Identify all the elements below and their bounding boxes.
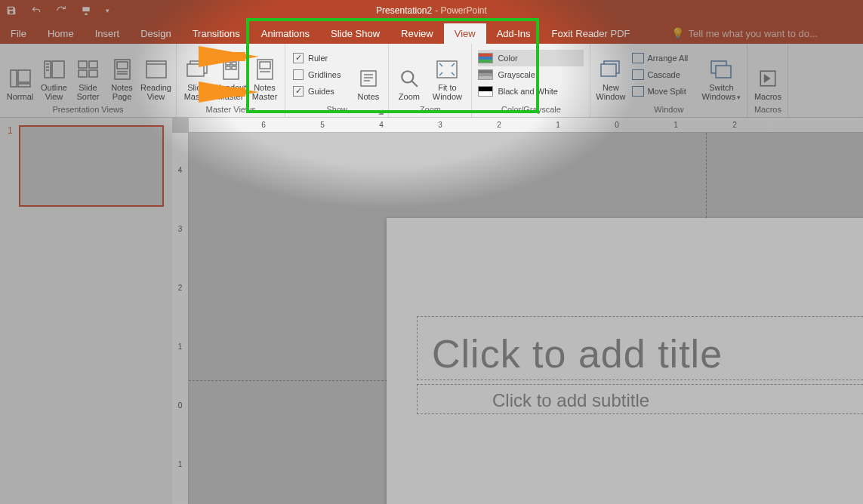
tab-home[interactable]: Home — [37, 23, 85, 44]
slide-thumbnails-panel[interactable]: 1 — [0, 118, 172, 504]
zoom-icon — [397, 66, 421, 91]
ruler-tick: 2 — [470, 121, 529, 129]
ribbon-tabs: File Home Insert Design Transitions Anim… — [0, 21, 863, 44]
group-color-grayscale: Color Grayscale Black and White Color/Gr… — [472, 44, 590, 117]
ruler-tick: 4 — [178, 140, 183, 199]
new-window-icon — [599, 57, 623, 81]
tab-review[interactable]: Review — [390, 23, 444, 44]
svg-rect-1 — [11, 70, 17, 87]
svg-line-34 — [411, 81, 418, 88]
notes-page-label: Notes Page — [105, 83, 139, 101]
tab-design[interactable]: Design — [130, 23, 181, 44]
lightbulb-icon: 💡 — [671, 27, 684, 39]
tab-animations[interactable]: Animations — [251, 23, 320, 44]
notes-page-button[interactable]: Notes Page — [105, 45, 139, 105]
fit-to-window-button[interactable]: Fit to Window — [426, 45, 468, 105]
ruler-tick: 3 — [411, 121, 470, 129]
tab-view[interactable]: View — [444, 23, 486, 44]
bw-swatch-icon — [478, 86, 493, 97]
group-macros: Macros Macros — [747, 44, 788, 117]
notes-icon — [356, 66, 381, 91]
group-label-master-views: Master Views — [180, 105, 282, 117]
grayscale-button[interactable]: Grayscale — [478, 66, 584, 83]
slide-sorter-button[interactable]: Slide Sorter — [71, 45, 105, 105]
tutorial-arrow-icon — [199, 81, 259, 103]
slide[interactable]: Click to add title Click to add subtitle — [387, 218, 863, 504]
slide-sorter-label: Slide Sorter — [71, 83, 105, 101]
checkbox-unchecked-icon — [293, 69, 304, 80]
gridlines-checkbox[interactable]: Gridlines — [293, 66, 341, 83]
move-split-button[interactable]: Move Split — [632, 83, 694, 100]
svg-rect-27 — [260, 62, 270, 69]
save-icon[interactable] — [6, 5, 17, 16]
group-label-zoom: Zoom — [392, 105, 468, 117]
window-title: Presentation2 - PowerPoint — [376, 5, 487, 16]
group-show: Ruler Gridlines Guides Notes Show◢ — [285, 44, 389, 117]
macros-icon — [756, 66, 780, 91]
document-name: Presentation2 — [376, 5, 432, 16]
notes-button[interactable]: Notes — [351, 45, 385, 105]
svg-point-33 — [402, 72, 413, 83]
macros-button[interactable]: Macros — [751, 45, 784, 105]
undo-icon[interactable] — [30, 5, 42, 16]
reading-view-label: Reading View — [139, 83, 173, 101]
group-window: New Window Arrange All Cascade Move Spli… — [590, 44, 747, 117]
new-window-label: New Window — [593, 83, 627, 101]
tab-insert[interactable]: Insert — [85, 23, 131, 44]
tab-foxit[interactable]: Foxit Reader PDF — [541, 23, 640, 44]
zoom-button[interactable]: Zoom — [392, 45, 426, 105]
tab-slide-show[interactable]: Slide Show — [320, 23, 390, 44]
svg-rect-39 — [716, 66, 731, 78]
outline-view-button[interactable]: Outline View — [37, 45, 71, 105]
svg-rect-0 — [82, 7, 89, 11]
qat-customize-icon[interactable]: ▾ — [106, 7, 109, 14]
ruler-tick: 0 — [587, 121, 646, 129]
subtitle-placeholder[interactable]: Click to add subtitle — [492, 390, 649, 411]
reading-view-button[interactable]: Reading View — [139, 45, 173, 105]
tab-transitions[interactable]: Transitions — [182, 23, 251, 44]
svg-rect-14 — [117, 62, 128, 69]
tab-addins[interactable]: Add-Ins — [486, 23, 541, 44]
title-placeholder[interactable]: Click to add title — [432, 331, 863, 376]
svg-rect-10 — [89, 61, 97, 68]
ruler-label: Ruler — [308, 54, 328, 63]
tab-file[interactable]: File — [0, 23, 37, 44]
start-from-beginning-icon[interactable] — [80, 5, 92, 16]
slide-thumbnail-1[interactable]: 1 — [8, 125, 165, 207]
svg-rect-29 — [361, 71, 376, 86]
switch-windows-button[interactable]: Switch Windows — [698, 45, 744, 105]
black-and-white-button[interactable]: Black and White — [478, 83, 584, 100]
outline-view-icon — [42, 57, 66, 81]
slide-editing-area: Click to add title Click to add subtitle — [189, 133, 863, 504]
guides-label: Guides — [308, 87, 334, 96]
normal-view-label: Normal — [7, 92, 33, 101]
ruler-tick: 1 — [529, 121, 587, 129]
normal-view-button[interactable]: Normal — [3, 45, 37, 105]
new-window-button[interactable]: New Window — [593, 45, 627, 105]
switch-windows-icon — [709, 57, 733, 81]
horizontal-ruler[interactable]: 6 5 4 3 2 1 0 1 2 — [189, 118, 863, 133]
group-label-window: Window — [593, 105, 744, 117]
ruler-tick: 6 — [234, 121, 293, 129]
vertical-ruler[interactable]: 4 3 2 1 0 1 2 — [172, 133, 189, 504]
fit-to-window-icon — [435, 57, 459, 81]
slide-canvas[interactable]: 6 5 4 3 2 1 0 1 2 4 3 2 1 0 1 2 — [172, 118, 863, 504]
ruler-checkbox[interactable]: Ruler — [293, 50, 341, 66]
tell-me-search[interactable]: 💡 Tell me what you want to do... — [671, 27, 818, 44]
checkbox-checked-icon — [293, 53, 304, 63]
arrange-all-label: Arrange All — [647, 54, 688, 63]
tutorial-arrow-icon — [199, 46, 259, 67]
grayscale-label: Grayscale — [498, 70, 535, 79]
redo-icon[interactable] — [56, 5, 66, 16]
work-area: 1 6 5 4 3 2 1 0 1 2 4 3 2 1 0 1 2 — [0, 118, 863, 504]
zoom-label: Zoom — [399, 92, 420, 101]
svg-rect-5 — [52, 61, 64, 78]
dialog-launcher-icon[interactable]: ◢ — [378, 108, 384, 115]
cascade-button[interactable]: Cascade — [632, 66, 694, 83]
guides-checkbox[interactable]: Guides — [293, 83, 341, 100]
ruler-tick: 1 — [178, 435, 183, 493]
move-split-label: Move Split — [647, 87, 686, 96]
arrange-all-button[interactable]: Arrange All — [632, 50, 694, 66]
color-button[interactable]: Color — [478, 50, 584, 66]
ruler-tick: 5 — [293, 121, 352, 129]
